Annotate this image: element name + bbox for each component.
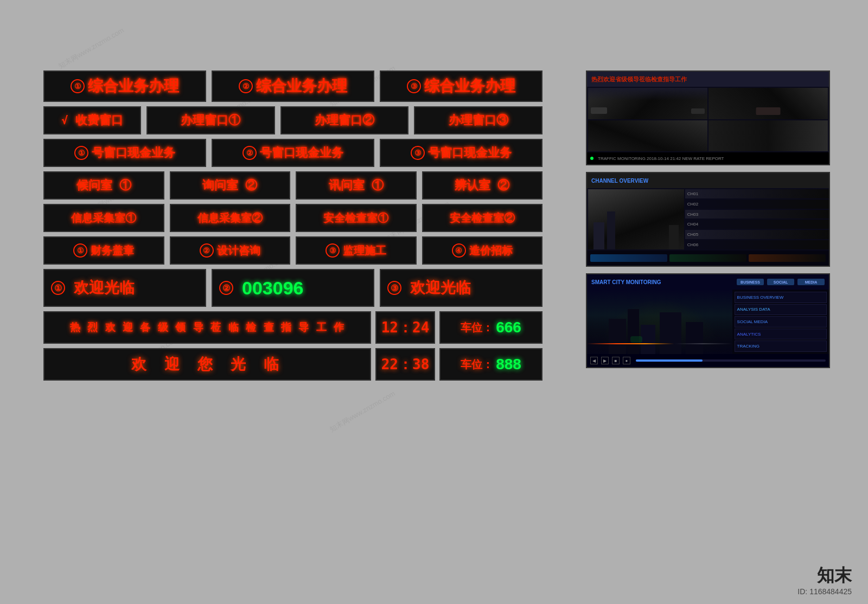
monitor-top-status: TRAFFIC MONITORING 2018-10-14 21:42 NEW … <box>587 152 829 164</box>
city-side-1: BUSINESS OVERVIEW <box>735 292 827 303</box>
panel-3-2-text: 号窗口现金业务 <box>260 145 343 161</box>
panel-3-1: ① 号窗口现金业务 <box>43 139 206 167</box>
panel-6-2: ② 设计咨询 <box>170 236 291 265</box>
panel-6-1: ① 财务盖章 <box>43 236 164 265</box>
panel-2-1-text: √ 收费窗口 <box>61 112 123 128</box>
panel-8-time-text: 12：24 <box>381 318 430 337</box>
camera-cell-2 <box>709 88 828 119</box>
cam-list-item-3: CH03 <box>685 210 829 219</box>
panel-6-3: ③ 监理施工 <box>296 236 417 265</box>
monitor-mid: CHANNEL OVERVIEW CH01 <box>586 172 830 267</box>
monitor-mid-content: CH01 CH02 CH03 CH04 <box>587 188 829 250</box>
cam-list-item-5: CH05 <box>685 230 829 239</box>
prefix-icon: ① <box>71 79 85 93</box>
panel-8-time: 12：24 <box>375 311 435 344</box>
monitor-bottom-controls: ◀ ▶ ■ ● <box>587 354 829 367</box>
tab-1[interactable]: BUSINESS <box>737 279 764 285</box>
panel-1-2-text: 综合业务办理 <box>256 76 347 97</box>
row-7: ① 欢迎光临 ② 003096 ③ 欢迎光临 <box>43 269 542 307</box>
prefix-icon: ② <box>239 79 253 93</box>
parking-num-8: 666 <box>496 319 521 336</box>
parking-label-9: 车位： <box>461 357 493 372</box>
panel-2-3-text: 办理窗口② <box>315 112 374 128</box>
row-6: ① 财务盖章 ② 设计咨询 ③ 监理施工 ④ 造价招标 <box>43 236 542 265</box>
panel-7-1: ① 欢迎光临 <box>43 269 206 307</box>
row-8: 热 烈 欢 迎 各 级 领 导 莅 临 检 查 指 导 工 作 12：24 车位… <box>43 311 542 344</box>
panel-4-4-text: 辨认室 ② <box>455 177 509 194</box>
panel-6-4: ④ 造价招标 <box>422 236 543 265</box>
panel-9-parking: 车位： 888 <box>439 348 542 381</box>
monitor-mid-statsbar <box>587 250 829 266</box>
prefix-icon: ③ <box>326 243 340 258</box>
play-stop-btn[interactable]: ■ <box>612 357 620 364</box>
panel-6-4-text: 造价招标 <box>469 243 513 258</box>
panel-3-3-text: 号窗口现金业务 <box>428 145 512 161</box>
prefix-icon: ④ <box>452 243 466 258</box>
stat-bar-1 <box>590 254 667 262</box>
city-side-5: TRACKING <box>735 340 827 352</box>
panel-1-3: ③ 综合业务办理 <box>380 70 542 102</box>
play-record-btn[interactable]: ● <box>623 357 630 364</box>
row-4: 候问室 ① 询问室 ② 讯问室 ① 辨认室 ② <box>43 171 542 200</box>
panel-1-2: ② 综合业务办理 <box>212 70 374 102</box>
panel-2-2: 办理窗口① <box>146 106 275 134</box>
panel-2-4: 办理窗口③ <box>414 106 542 134</box>
panel-1-3-text: 综合业务办理 <box>424 76 515 97</box>
cam-list-item-6: CH06 <box>685 240 829 249</box>
right-monitors: 热烈欢迎省级领导莅临检查指导工作 <box>586 70 830 368</box>
progress-bar <box>636 359 826 362</box>
city-side-4: ANALYTICS <box>735 329 827 340</box>
city-label-2: ANALYSIS DATA <box>737 307 770 312</box>
cam-label: CH04 <box>687 222 698 227</box>
play-prev-btn[interactable]: ◀ <box>590 357 598 364</box>
parking-num-9: 888 <box>496 356 521 373</box>
tab-2[interactable]: SOCIAL <box>767 279 794 285</box>
monitor-city-content: BUSINESS OVERVIEW ANALYSIS DATA SOCIAL M… <box>587 290 829 354</box>
panel-9-time-text: 22：38 <box>381 355 430 374</box>
brand-logo: 知末 <box>817 564 852 588</box>
monitor-top-bar: 热烈欢迎省级领导莅临检查指导工作 <box>587 72 829 87</box>
play-next-btn[interactable]: ▶ <box>601 357 609 364</box>
tab-3[interactable]: MEDIA <box>797 279 825 285</box>
watermark: 知末网www.znzmo.com <box>57 25 126 71</box>
monitor-bottom-title: SMART CITY MONITORING <box>591 279 661 285</box>
cam-label: CH02 <box>687 202 698 207</box>
camera-grid <box>587 87 829 152</box>
panel-4-2: 询问室 ② <box>170 171 291 200</box>
panel-4-2-text: 询问室 ② <box>202 177 257 194</box>
cam-large <box>588 189 684 249</box>
panel-1-1-text: 综合业务办理 <box>88 76 179 97</box>
panel-5-4: 安全检查室② <box>422 204 543 232</box>
panel-2-4-text: 办理窗口③ <box>449 112 508 128</box>
prefix-icon: ③ <box>407 79 421 93</box>
panel-6-1-text: 财务盖章 <box>91 243 134 258</box>
panel-5-4-text: 安全检查室② <box>450 211 515 226</box>
cam-label: CH03 <box>687 212 698 217</box>
panel-7-3-text: 欢迎光临 <box>410 278 471 298</box>
panel-4-1-text: 候问室 ① <box>76 177 131 194</box>
panel-9-main: 欢 迎 您 光 临 <box>43 348 371 381</box>
panel-4-3-text: 讯问室 ① <box>329 177 384 194</box>
prefix-icon: ① <box>73 243 87 258</box>
panel-5-1-text: 信息采集室① <box>71 211 136 226</box>
stat-bar-2 <box>669 254 746 262</box>
panel-9-time: 22：38 <box>375 348 435 381</box>
prefix-icon: ② <box>200 243 214 258</box>
panel-8-main: 热 烈 欢 迎 各 级 领 导 莅 临 检 查 指 导 工 作 <box>43 311 371 344</box>
city-label-3: SOCIAL MEDIA <box>737 319 768 324</box>
panel-3-3: ③ 号窗口现金业务 <box>380 139 542 167</box>
monitor-bottom: SMART CITY MONITORING BUSINESS SOCIAL ME… <box>586 273 830 368</box>
panel-5-2-text: 信息采集室② <box>197 211 263 226</box>
camera-cell-3 <box>588 120 707 152</box>
panel-6-2-text: 设计咨询 <box>217 243 260 258</box>
cam-label: CH06 <box>687 242 698 247</box>
panel-3-2: ② 号窗口现金业务 <box>212 139 374 167</box>
panel-7-3: ③ 欢迎光临 <box>380 269 542 307</box>
panel-5-1: 信息采集室① <box>43 204 164 232</box>
prefix-icon: ② <box>219 281 233 295</box>
panel-4-1: 候问室 ① <box>43 171 164 200</box>
prefix-icon: ① <box>51 281 65 295</box>
panel-4-3: 讯问室 ① <box>296 171 417 200</box>
panel-9-main-text: 欢 迎 您 光 临 <box>131 354 283 375</box>
cam-label: CH05 <box>687 232 698 237</box>
